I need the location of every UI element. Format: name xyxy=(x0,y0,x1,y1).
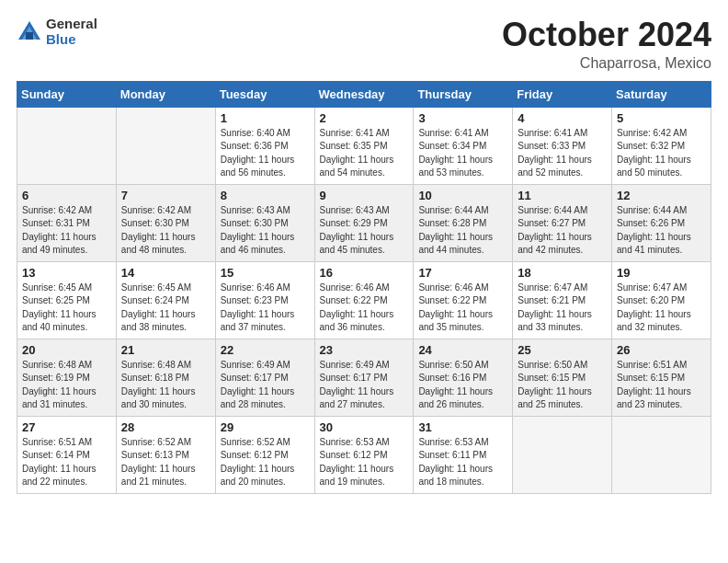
day-number: 22 xyxy=(221,343,310,357)
logo-icon xyxy=(17,19,42,45)
table-row: 16Sunrise: 6:46 AM Sunset: 6:22 PM Dayli… xyxy=(314,261,414,339)
day-number: 20 xyxy=(22,343,111,357)
day-info: Sunrise: 6:42 AM Sunset: 6:32 PM Dayligh… xyxy=(617,127,706,180)
day-info: Sunrise: 6:50 AM Sunset: 6:16 PM Dayligh… xyxy=(418,359,507,412)
calendar-header-row: Sunday Monday Tuesday Wednesday Thursday… xyxy=(17,81,711,107)
table-row: 10Sunrise: 6:44 AM Sunset: 6:28 PM Dayli… xyxy=(414,184,513,261)
day-info: Sunrise: 6:44 AM Sunset: 6:28 PM Dayligh… xyxy=(418,204,507,258)
day-number: 31 xyxy=(418,420,507,434)
day-number: 25 xyxy=(518,343,607,357)
day-info: Sunrise: 6:47 AM Sunset: 6:21 PM Dayligh… xyxy=(518,282,607,335)
logo-blue-text: Blue xyxy=(46,32,97,48)
table-row xyxy=(116,107,215,184)
day-info: Sunrise: 6:53 AM Sunset: 6:12 PM Dayligh… xyxy=(320,436,409,489)
table-row: 8Sunrise: 6:43 AM Sunset: 6:30 PM Daylig… xyxy=(215,184,314,261)
day-number: 2 xyxy=(320,111,409,125)
day-number: 16 xyxy=(320,266,409,280)
table-row: 15Sunrise: 6:46 AM Sunset: 6:23 PM Dayli… xyxy=(215,261,314,339)
day-number: 13 xyxy=(22,266,111,280)
day-info: Sunrise: 6:41 AM Sunset: 6:34 PM Dayligh… xyxy=(418,127,507,180)
day-info: Sunrise: 6:48 AM Sunset: 6:19 PM Dayligh… xyxy=(22,359,111,412)
day-number: 8 xyxy=(221,189,310,202)
table-row: 2Sunrise: 6:41 AM Sunset: 6:35 PM Daylig… xyxy=(314,107,414,184)
table-row: 1Sunrise: 6:40 AM Sunset: 6:36 PM Daylig… xyxy=(215,107,314,184)
day-number: 12 xyxy=(617,189,706,202)
day-info: Sunrise: 6:52 AM Sunset: 6:12 PM Dayligh… xyxy=(221,436,310,489)
col-friday: Friday xyxy=(513,81,612,107)
day-number: 30 xyxy=(320,420,409,434)
day-number: 6 xyxy=(22,189,111,202)
logo: General Blue xyxy=(17,17,97,47)
col-saturday: Saturday xyxy=(612,81,711,107)
table-row: 12Sunrise: 6:44 AM Sunset: 6:26 PM Dayli… xyxy=(612,184,711,261)
day-number: 26 xyxy=(617,343,706,357)
svg-rect-2 xyxy=(26,32,33,40)
table-row: 24Sunrise: 6:50 AM Sunset: 6:16 PM Dayli… xyxy=(414,339,513,416)
table-row: 29Sunrise: 6:52 AM Sunset: 6:12 PM Dayli… xyxy=(215,416,314,493)
day-info: Sunrise: 6:51 AM Sunset: 6:15 PM Dayligh… xyxy=(617,359,706,412)
col-tuesday: Tuesday xyxy=(215,81,314,107)
day-number: 23 xyxy=(320,343,409,357)
day-info: Sunrise: 6:52 AM Sunset: 6:13 PM Dayligh… xyxy=(121,436,210,489)
calendar-week-row: 6Sunrise: 6:42 AM Sunset: 6:31 PM Daylig… xyxy=(17,184,711,261)
calendar-table: Sunday Monday Tuesday Wednesday Thursday… xyxy=(17,81,711,494)
day-info: Sunrise: 6:40 AM Sunset: 6:36 PM Dayligh… xyxy=(221,127,310,180)
table-row xyxy=(612,416,711,493)
table-row: 19Sunrise: 6:47 AM Sunset: 6:20 PM Dayli… xyxy=(612,261,711,339)
table-row: 3Sunrise: 6:41 AM Sunset: 6:34 PM Daylig… xyxy=(414,107,513,184)
day-number: 5 xyxy=(617,111,706,125)
calendar-week-row: 13Sunrise: 6:45 AM Sunset: 6:25 PM Dayli… xyxy=(17,261,711,339)
table-row: 25Sunrise: 6:50 AM Sunset: 6:15 PM Dayli… xyxy=(513,339,612,416)
calendar-week-row: 1Sunrise: 6:40 AM Sunset: 6:36 PM Daylig… xyxy=(17,107,711,184)
table-row: 14Sunrise: 6:45 AM Sunset: 6:24 PM Dayli… xyxy=(116,261,215,339)
table-row: 21Sunrise: 6:48 AM Sunset: 6:18 PM Dayli… xyxy=(116,339,215,416)
day-info: Sunrise: 6:43 AM Sunset: 6:29 PM Dayligh… xyxy=(320,204,409,258)
day-info: Sunrise: 6:48 AM Sunset: 6:18 PM Dayligh… xyxy=(121,359,210,412)
day-number: 3 xyxy=(418,111,507,125)
location: Chaparrosa, Mexico xyxy=(502,55,711,72)
logo-general-text: General xyxy=(46,17,97,32)
table-row: 31Sunrise: 6:53 AM Sunset: 6:11 PM Dayli… xyxy=(414,416,513,493)
day-number: 15 xyxy=(221,266,310,280)
day-info: Sunrise: 6:51 AM Sunset: 6:14 PM Dayligh… xyxy=(22,436,111,489)
day-info: Sunrise: 6:44 AM Sunset: 6:26 PM Dayligh… xyxy=(617,204,706,258)
day-number: 27 xyxy=(22,420,111,434)
day-info: Sunrise: 6:50 AM Sunset: 6:15 PM Dayligh… xyxy=(518,359,607,412)
day-info: Sunrise: 6:49 AM Sunset: 6:17 PM Dayligh… xyxy=(320,359,409,412)
day-info: Sunrise: 6:42 AM Sunset: 6:30 PM Dayligh… xyxy=(121,204,210,258)
table-row: 11Sunrise: 6:44 AM Sunset: 6:27 PM Dayli… xyxy=(513,184,612,261)
table-row: 4Sunrise: 6:41 AM Sunset: 6:33 PM Daylig… xyxy=(513,107,612,184)
day-info: Sunrise: 6:49 AM Sunset: 6:17 PM Dayligh… xyxy=(221,359,310,412)
table-row: 22Sunrise: 6:49 AM Sunset: 6:17 PM Dayli… xyxy=(215,339,314,416)
day-number: 14 xyxy=(121,266,210,280)
table-row: 26Sunrise: 6:51 AM Sunset: 6:15 PM Dayli… xyxy=(612,339,711,416)
day-info: Sunrise: 6:45 AM Sunset: 6:25 PM Dayligh… xyxy=(22,282,111,335)
logo-text: General Blue xyxy=(46,17,97,47)
day-number: 19 xyxy=(617,266,706,280)
day-info: Sunrise: 6:46 AM Sunset: 6:22 PM Dayligh… xyxy=(418,282,507,335)
col-sunday: Sunday xyxy=(17,81,117,107)
table-row: 30Sunrise: 6:53 AM Sunset: 6:12 PM Dayli… xyxy=(314,416,414,493)
day-info: Sunrise: 6:43 AM Sunset: 6:30 PM Dayligh… xyxy=(221,204,310,258)
col-monday: Monday xyxy=(116,81,215,107)
day-number: 9 xyxy=(320,189,409,202)
day-number: 17 xyxy=(418,266,507,280)
table-row: 17Sunrise: 6:46 AM Sunset: 6:22 PM Dayli… xyxy=(414,261,513,339)
page: General Blue October 2024 Chaparrosa, Me… xyxy=(0,0,728,563)
calendar-week-row: 27Sunrise: 6:51 AM Sunset: 6:14 PM Dayli… xyxy=(17,416,711,493)
day-number: 28 xyxy=(121,420,210,434)
title-block: October 2024 Chaparrosa, Mexico xyxy=(502,17,711,72)
day-number: 24 xyxy=(418,343,507,357)
day-number: 1 xyxy=(221,111,310,125)
day-info: Sunrise: 6:42 AM Sunset: 6:31 PM Dayligh… xyxy=(22,204,111,258)
table-row: 5Sunrise: 6:42 AM Sunset: 6:32 PM Daylig… xyxy=(612,107,711,184)
day-info: Sunrise: 6:46 AM Sunset: 6:23 PM Dayligh… xyxy=(221,282,310,335)
day-info: Sunrise: 6:44 AM Sunset: 6:27 PM Dayligh… xyxy=(518,204,607,258)
day-info: Sunrise: 6:53 AM Sunset: 6:11 PM Dayligh… xyxy=(418,436,507,489)
col-wednesday: Wednesday xyxy=(314,81,414,107)
table-row: 6Sunrise: 6:42 AM Sunset: 6:31 PM Daylig… xyxy=(17,184,117,261)
day-info: Sunrise: 6:46 AM Sunset: 6:22 PM Dayligh… xyxy=(320,282,409,335)
day-info: Sunrise: 6:45 AM Sunset: 6:24 PM Dayligh… xyxy=(121,282,210,335)
table-row: 23Sunrise: 6:49 AM Sunset: 6:17 PM Dayli… xyxy=(314,339,414,416)
table-row: 20Sunrise: 6:48 AM Sunset: 6:19 PM Dayli… xyxy=(17,339,117,416)
